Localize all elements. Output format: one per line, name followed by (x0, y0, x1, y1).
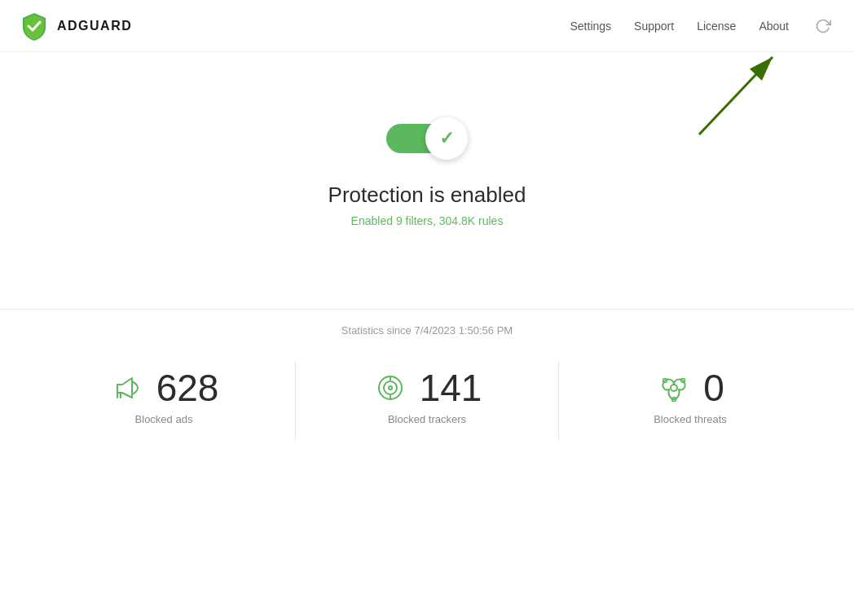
nav-license[interactable]: License (697, 20, 736, 33)
adguard-logo-icon (20, 11, 49, 41)
nav-about[interactable]: About (759, 20, 789, 33)
logo-area: ADGUARD (20, 11, 132, 41)
blocked-ads-label: Blocked ads (135, 413, 193, 425)
blocked-threats-icon (656, 370, 692, 406)
main-content: ✓ Protection is enabled Enabled 9 filter… (0, 52, 854, 442)
nav-settings[interactable]: Settings (570, 20, 612, 33)
blocked-ads-count: 628 (156, 369, 219, 407)
main-nav: Settings Support License About (570, 15, 835, 37)
stat-blocked-ads: 628 Blocked ads (33, 361, 296, 442)
blocked-threats-label: Blocked threats (654, 413, 727, 425)
stats-timestamp: Statistics since 7/4/2023 1:50:56 PM (33, 310, 821, 361)
stat-blocked-threats: 0 Blocked threats (559, 361, 821, 442)
protection-status-title: Protection is enabled (328, 183, 526, 208)
stat-top-ads: 628 (109, 369, 219, 407)
protection-toggle[interactable]: ✓ (386, 117, 468, 160)
refresh-button[interactable] (812, 15, 834, 37)
blocked-threats-count: 0 (703, 369, 724, 407)
nav-support[interactable]: Support (634, 20, 674, 33)
blocked-trackers-icon (372, 370, 408, 406)
checkmark-icon: ✓ (439, 128, 454, 149)
toggle-thumb: ✓ (425, 117, 468, 160)
svg-point-9 (671, 385, 677, 391)
logo-text: ADGUARD (57, 19, 132, 33)
stat-blocked-trackers: 141 Blocked trackers (296, 361, 559, 442)
stat-top-trackers: 141 (372, 369, 482, 407)
blocked-trackers-label: Blocked trackers (388, 413, 466, 425)
stat-top-threats: 0 (656, 369, 724, 407)
app-header: ADGUARD Settings Support License About (0, 0, 854, 52)
stats-section: Statistics since 7/4/2023 1:50:56 PM 628… (0, 310, 854, 442)
refresh-icon (815, 18, 831, 34)
blocked-trackers-count: 141 (420, 369, 482, 407)
blocked-ads-icon (109, 370, 145, 406)
svg-point-5 (384, 381, 397, 394)
stats-grid: 628 Blocked ads 141 Blocked (33, 361, 821, 442)
svg-point-6 (389, 386, 392, 389)
protection-status-subtitle: Enabled 9 filters, 304.8K rules (351, 214, 504, 227)
